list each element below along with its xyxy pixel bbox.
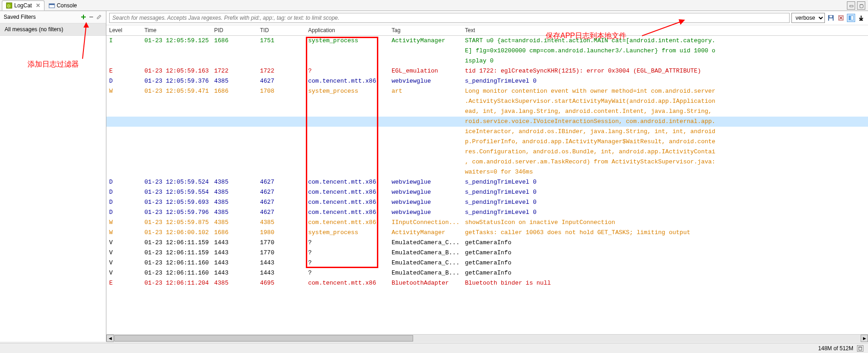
cell-app [308, 117, 392, 126]
cell-tag: webviewglue [392, 208, 465, 217]
cell-level [109, 46, 144, 56]
saved-filters-panel: Saved Filters All messages (no filters) [0, 11, 106, 342]
log-row[interactable]: D01-23 12:05:59.52443854627com.tencent.m… [106, 177, 868, 187]
cell-app [308, 157, 392, 167]
svg-text:D: D [7, 4, 11, 8]
cell-text: E] flg=0x10200000 cmp=com.android.launch… [465, 46, 865, 56]
col-header-tid[interactable]: TID [260, 27, 308, 34]
minimize-button[interactable]: ▭ [847, 1, 855, 10]
cell-tag [392, 127, 465, 136]
cell-text: waiters=0 for 346ms [465, 168, 865, 177]
log-row[interactable]: W01-23 12:05:59.87543854385com.tencent.m… [106, 218, 868, 228]
log-row[interactable]: res.Configuration, android.os.Bundle, in… [106, 147, 868, 157]
edit-filter-icon[interactable] [96, 14, 102, 20]
log-row[interactable]: I01-23 12:05:59.12516861751system_proces… [106, 36, 868, 46]
log-row[interactable]: W01-23 12:05:59.47116861708system_proces… [106, 86, 868, 96]
cell-time: 01-23 12:05:59.796 [144, 208, 214, 217]
log-row[interactable]: D01-23 12:05:59.55443854627com.tencent.m… [106, 187, 868, 197]
display-view-icon[interactable] [847, 14, 855, 22]
add-filter-icon[interactable] [80, 14, 87, 20]
log-row[interactable]: p.ProfilerInfo, android.app.IActivityMan… [106, 137, 868, 147]
save-log-icon[interactable] [827, 14, 835, 22]
remove-filter-icon[interactable] [88, 14, 94, 20]
tab-console[interactable]: Console [44, 0, 81, 11]
col-header-tag[interactable]: Tag [392, 27, 465, 34]
log-row[interactable]: V01-23 12:06:11.15914431770?EmulatedCame… [106, 238, 868, 248]
cell-app [308, 147, 392, 157]
cell-text: getCameraInfo [465, 238, 865, 247]
log-row[interactable]: , com.android.server.am.TaskRecord) from… [106, 157, 868, 167]
scroll-thumb[interactable] [114, 335, 413, 342]
cell-level [109, 127, 144, 136]
log-row[interactable]: D01-23 12:05:59.37643854627com.tencent.m… [106, 76, 868, 86]
cell-pid [214, 107, 260, 116]
cell-tag [392, 97, 465, 106]
cell-pid [214, 97, 260, 106]
col-header-level[interactable]: Level [109, 27, 144, 34]
cell-pid: 4385 [214, 188, 260, 197]
maximize-button[interactable]: ▢ [857, 1, 865, 10]
log-row[interactable]: .ActivityStackSupervisor.startActivityMa… [106, 96, 868, 106]
log-level-select[interactable]: verbose [791, 13, 825, 23]
cell-tid: 4627 [260, 178, 308, 187]
log-row[interactable]: V01-23 12:06:11.16014431443?EmulatedCame… [106, 258, 868, 268]
col-header-pid[interactable]: PID [214, 27, 260, 34]
col-header-text[interactable]: Text [465, 27, 865, 34]
log-table-body[interactable]: I01-23 12:05:59.12516861751system_proces… [106, 36, 868, 334]
cell-text: tid 1722: eglCreateSyncKHR(1215): error … [465, 67, 865, 76]
log-row[interactable]: roid.service.voice.IVoiceInteractionSess… [106, 117, 868, 127]
cell-time: 01-23 12:06:11.160 [144, 269, 214, 278]
log-row[interactable]: D01-23 12:05:59.69343854627com.tencent.m… [106, 197, 868, 207]
cell-app [308, 107, 392, 116]
cell-text: s_pendingTrimLevel 0 [465, 208, 865, 217]
cell-tid [260, 117, 308, 126]
col-header-app[interactable]: Application [308, 27, 392, 34]
close-icon[interactable]: ✕ [36, 2, 40, 9]
scroll-track[interactable] [114, 335, 861, 342]
log-row[interactable]: V01-23 12:06:11.15914431770?EmulatedCame… [106, 248, 868, 258]
horizontal-scrollbar[interactable]: ◀ ▶ [106, 334, 868, 342]
cell-pid: 1686 [214, 87, 260, 96]
log-row[interactable]: E01-23 12:06:11.20443854695com.tencent.m… [106, 278, 868, 288]
log-row[interactable]: waiters=0 for 346ms [106, 167, 868, 177]
log-row[interactable]: ead, int, java.lang.String, android.cont… [106, 106, 868, 117]
view-toolbar: ▭ ▢ [847, 1, 865, 10]
cell-pid: 4385 [214, 77, 260, 86]
cell-time [144, 97, 214, 106]
sidebar-title: Saved Filters [4, 14, 36, 20]
log-row[interactable]: W01-23 12:06:00.10216861980system_proces… [106, 228, 868, 238]
cell-pid: 1443 [214, 248, 260, 258]
cell-tag: BluetoothAdapter [392, 279, 465, 288]
scroll-lock-icon[interactable] [857, 14, 865, 22]
log-row[interactable]: D01-23 12:05:59.79643854627com.tencent.m… [106, 207, 868, 218]
gc-icon[interactable] [857, 345, 863, 352]
cell-pid: 4385 [214, 198, 260, 207]
cell-tag [392, 147, 465, 157]
log-row[interactable]: isplay 0 [106, 56, 868, 66]
search-input[interactable] [109, 13, 790, 23]
log-row[interactable]: E] flg=0x10200000 cmp=com.android.launch… [106, 46, 868, 56]
log-row[interactable]: iceInteractor, android.os.IBinder, java.… [106, 127, 868, 137]
cell-text: getCameraInfo [465, 258, 865, 268]
cell-tid: 1751 [260, 36, 308, 45]
cell-tid: 4627 [260, 208, 308, 217]
log-row[interactable]: V01-23 12:06:11.16014431443?EmulatedCame… [106, 268, 868, 278]
cell-pid: 4385 [214, 178, 260, 187]
filter-all-messages[interactable]: All messages (no filters) [0, 23, 106, 36]
clear-log-icon[interactable] [837, 14, 845, 22]
cell-tid [260, 168, 308, 177]
tab-logcat[interactable]: D LogCat ✕ [2, 0, 44, 11]
cell-level: D [109, 208, 144, 217]
cell-app: ? [308, 258, 392, 268]
cell-level [109, 137, 144, 146]
cell-tid [260, 127, 308, 136]
cell-tag [392, 107, 465, 116]
scroll-left-button[interactable]: ◀ [106, 335, 114, 342]
cell-text: showStatusIcon on inactive InputConnecti… [465, 218, 865, 227]
cell-pid [214, 157, 260, 167]
log-row[interactable]: E01-23 12:05:59.16317221722?EGL_emulatio… [106, 66, 868, 76]
cell-pid [214, 56, 260, 66]
scroll-right-button[interactable]: ▶ [861, 335, 868, 342]
col-header-time[interactable]: Time [144, 27, 214, 34]
cell-tid: 4385 [260, 218, 308, 227]
